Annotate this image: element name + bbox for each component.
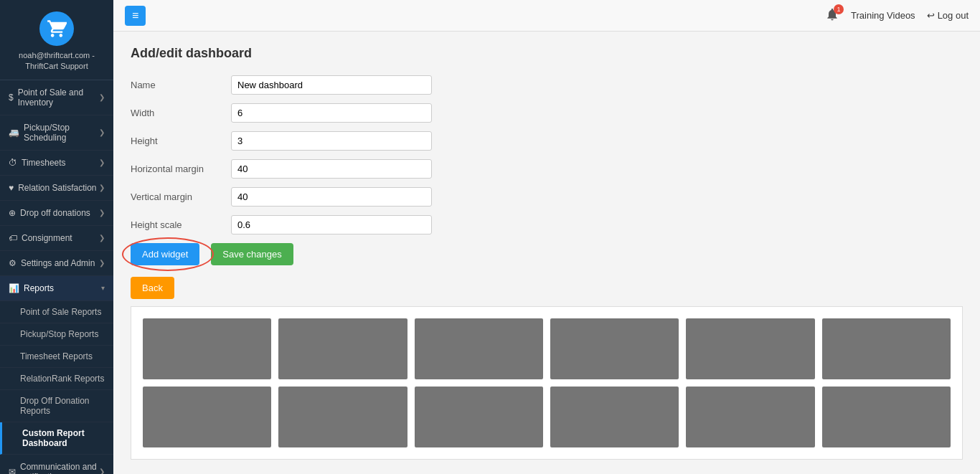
- v-margin-label: Vertical margin: [131, 191, 231, 202]
- sidebar-item-label: Communication and notifications: [20, 462, 99, 474]
- name-row: Name: [131, 75, 432, 95]
- h-scale-input[interactable]: [231, 215, 432, 234]
- save-changes-button[interactable]: Save changes: [211, 243, 293, 265]
- dashboard-widget-10: [550, 387, 679, 447]
- subnav-item-relation-reports[interactable]: RelationRank Reports: [0, 368, 113, 390]
- sidebar-nav: $ Point of Sale and Inventory ❯ 🚐 Pickup…: [0, 80, 113, 474]
- dropoff-icon: ⊕: [9, 208, 16, 218]
- dashboard-widget-7: [143, 387, 271, 447]
- sidebar-item-settings[interactable]: ⚙ Settings and Admin ❯: [0, 251, 113, 276]
- chevron-icon: ❯: [99, 184, 105, 191]
- dashboard-widget-8: [278, 387, 407, 447]
- subnav-item-custom-report[interactable]: Custom Report Dashboard: [0, 422, 113, 455]
- height-input[interactable]: [231, 131, 432, 151]
- sidebar-item-relation[interactable]: ♥ Relation Satisfaction ❯: [0, 176, 113, 201]
- main-content: ≡ 1 Training Videos ↩ Log out Add/edit d…: [113, 0, 980, 474]
- subnav-label: Timesheet Reports: [20, 351, 93, 361]
- h-margin-label: Horizontal margin: [131, 163, 231, 174]
- chevron-icon: ❯: [99, 93, 105, 101]
- sidebar-user-info: noah@thriftcart.com - ThriftCart Support: [7, 50, 106, 72]
- page-title: Add/edit dashboard: [131, 46, 963, 61]
- sidebar-item-dropoff[interactable]: ⊕ Drop off donations ❯: [0, 201, 113, 226]
- subnav-label: Pickup/Stop Reports: [20, 329, 98, 339]
- sidebar-header: noah@thriftcart.com - ThriftCart Support: [0, 0, 113, 80]
- dashboard-widget-3: [415, 318, 543, 379]
- app-logo: [39, 11, 74, 46]
- subnav-label: Custom Report Dashboard: [22, 428, 85, 448]
- dashboard-widget-6: [822, 318, 951, 379]
- sidebar-item-label: Reports: [24, 283, 54, 293]
- sidebar-item-label: Relation Satisfaction: [18, 183, 96, 193]
- training-videos-link[interactable]: Training Videos: [851, 10, 915, 21]
- back-button[interactable]: Back: [131, 277, 174, 299]
- v-margin-row: Vertical margin: [131, 187, 432, 207]
- sidebar-item-reports[interactable]: 📊 Reports ▾: [0, 276, 113, 301]
- sidebar-item-label: Pickup/Stop Scheduling: [24, 123, 99, 143]
- sidebar-item-label: Drop off donations: [20, 208, 90, 218]
- sidebar-item-label: Consignment: [22, 233, 72, 243]
- chevron-icon: ❯: [99, 259, 105, 267]
- width-row: Width: [131, 103, 432, 123]
- sidebar-item-consignment[interactable]: 🏷 Consignment ❯: [0, 226, 113, 251]
- add-widget-wrapper: Add widget: [131, 243, 205, 265]
- logout-label: Log out: [938, 10, 969, 21]
- dashboard-grid-container: [131, 306, 963, 460]
- sidebar-item-pickup[interactable]: 🚐 Pickup/Stop Scheduling ❯: [0, 115, 113, 151]
- subnav-label: Drop Off Donation Reports: [20, 396, 90, 416]
- sidebar-item-label: Point of Sale and Inventory: [18, 87, 99, 108]
- subnav-item-dropoff-reports[interactable]: Drop Off Donation Reports: [0, 390, 113, 422]
- width-input[interactable]: [231, 103, 432, 123]
- h-margin-row: Horizontal margin: [131, 159, 432, 179]
- subnav-item-timesheet-reports[interactable]: Timesheet Reports: [0, 346, 113, 368]
- notification-badge: 1: [834, 4, 844, 14]
- gear-icon: ⚙: [9, 258, 17, 268]
- dashboard-form: Name Width Height Horizontal margin Vert…: [131, 75, 432, 234]
- h-scale-row: Height scale: [131, 215, 432, 234]
- sidebar-item-pos[interactable]: $ Point of Sale and Inventory ❯: [0, 80, 113, 115]
- sidebar-item-label: Settings and Admin: [21, 258, 95, 268]
- sidebar-item-comm[interactable]: ✉ Communication and notifications ❯: [0, 455, 113, 474]
- menu-button[interactable]: ≡: [125, 6, 146, 26]
- dashboard-widget-12: [822, 387, 951, 447]
- chart-icon: 📊: [9, 283, 19, 293]
- logout-arrow-icon: ↩: [927, 10, 935, 21]
- chevron-icon: ❯: [99, 468, 105, 474]
- clock-icon: ⏱: [9, 158, 17, 168]
- width-label: Width: [131, 108, 231, 118]
- dashboard-widget-9: [415, 387, 543, 447]
- chevron-icon: ❯: [99, 128, 105, 136]
- dashboard-widget-4: [550, 318, 679, 379]
- notification-icon[interactable]: 1: [825, 7, 839, 24]
- sidebar-item-timesheets[interactable]: ⏱ Timesheets ❯: [0, 151, 113, 176]
- subnav-item-pickup-reports[interactable]: Pickup/Stop Reports: [0, 323, 113, 346]
- h-margin-input[interactable]: [231, 159, 432, 179]
- add-widget-button[interactable]: Add widget: [131, 243, 199, 265]
- dollar-icon: $: [9, 93, 14, 103]
- dashboard-widget-5: [686, 318, 814, 379]
- h-scale-label: Height scale: [131, 219, 231, 230]
- back-btn-container: Back: [131, 277, 963, 299]
- heart-icon: ♥: [9, 183, 14, 193]
- dashboard-widget-1: [143, 318, 271, 379]
- sidebar-item-label: Timesheets: [22, 158, 66, 168]
- subnav-label: RelationRank Reports: [20, 374, 104, 384]
- subnav-item-pos-reports[interactable]: Point of Sale Reports: [0, 301, 113, 323]
- v-margin-input[interactable]: [231, 187, 432, 207]
- dashboard-widget-2: [278, 318, 407, 379]
- chevron-icon: ❯: [99, 158, 105, 166]
- email-icon: ✉: [9, 467, 16, 474]
- subnav-label: Point of Sale Reports: [20, 307, 101, 317]
- height-row: Height: [131, 131, 432, 151]
- topbar-right: 1 Training Videos ↩ Log out: [825, 7, 969, 24]
- name-input[interactable]: [231, 75, 432, 95]
- action-buttons: Add widget Save changes: [131, 243, 963, 265]
- dashboard-widget-11: [686, 387, 814, 447]
- truck-icon: 🚐: [9, 128, 19, 138]
- chevron-icon: ▾: [101, 284, 105, 292]
- tag-icon: 🏷: [9, 233, 17, 243]
- topbar: ≡ 1 Training Videos ↩ Log out: [113, 0, 980, 32]
- sidebar: noah@thriftcart.com - ThriftCart Support…: [0, 0, 113, 474]
- logout-link[interactable]: ↩ Log out: [927, 10, 969, 21]
- name-label: Name: [131, 80, 231, 90]
- topbar-left: ≡: [125, 6, 146, 26]
